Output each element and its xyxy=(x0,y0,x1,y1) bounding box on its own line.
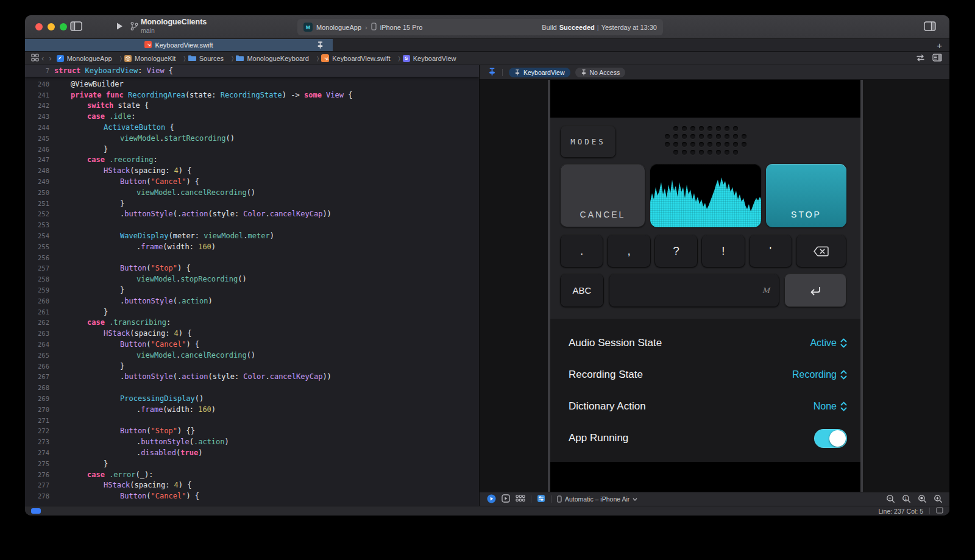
punct-key[interactable]: , xyxy=(607,235,650,268)
project-title-block[interactable]: MonologueClients main xyxy=(141,18,207,35)
code-editor[interactable]: 7struct KeyboardView: View { 240@ViewBui… xyxy=(25,65,479,506)
code-line: 265viewModel.cancelRecording() xyxy=(25,350,479,361)
tab-bar: KeyboardView.swift + xyxy=(25,39,949,52)
status-row-label: Audio Session State xyxy=(569,337,662,349)
pin-icon[interactable] xyxy=(488,67,496,78)
build-result: Succeeded xyxy=(559,24,595,31)
code-line: 250viewModel.cancelRecording() xyxy=(25,187,479,198)
zoom-out-button[interactable] xyxy=(886,494,895,505)
scheme-and-activity-bar[interactable]: M MonologueApp › iPhone 15 Pro Build Suc… xyxy=(297,19,663,35)
code-line: 266} xyxy=(25,361,479,372)
breadcrumb-item-keyboardview-swift[interactable]: KeyboardView.swift〉 xyxy=(321,54,400,62)
punct-key[interactable]: ? xyxy=(654,235,698,268)
code-line: 249Button("Cancel") { xyxy=(25,176,479,187)
code-lines: 240@ViewBuilder241private func Recording… xyxy=(25,79,479,502)
minimize-window-button[interactable] xyxy=(48,23,55,30)
scheme-name[interactable]: MonologueApp xyxy=(316,24,361,31)
punct-key[interactable]: ! xyxy=(701,235,745,268)
code-line: 243case .idle: xyxy=(25,111,479,122)
run-button[interactable] xyxy=(115,22,124,30)
code-line: 248HStack(spacing: 4) { xyxy=(25,165,479,176)
punct-key[interactable]: . xyxy=(560,235,603,268)
app-icon xyxy=(57,55,64,62)
related-items-icon[interactable] xyxy=(31,54,39,63)
code-line: 254WaveDisplay(meter: viewModel.meter) xyxy=(25,230,479,241)
zoom-100-button[interactable]: 1 xyxy=(902,494,911,505)
tab-pin-icon[interactable] xyxy=(316,41,324,50)
space-bar[interactable]: M xyxy=(609,274,779,307)
code-line: 263HStack(spacing: 4) { xyxy=(25,328,479,339)
add-tab-button[interactable]: + xyxy=(934,39,945,51)
swap-editor-icon[interactable] xyxy=(916,54,925,63)
code-line: 278Button("Cancel") { xyxy=(25,491,479,502)
code-line: 276case .error(_): xyxy=(25,469,479,480)
code-line: 277HStack(spacing: 4) { xyxy=(25,480,479,491)
code-line: 244ActivateButton { xyxy=(25,122,479,133)
code-line: 255.frame(width: 160) xyxy=(25,241,479,252)
code-line: 246} xyxy=(25,144,479,155)
preview-pin-strip: KeyboardViewNo Access xyxy=(480,65,949,80)
backspace-key[interactable] xyxy=(796,235,846,268)
navigator-sidebar-toggle-icon[interactable] xyxy=(70,21,82,31)
selectable-preview-button[interactable] xyxy=(502,494,510,504)
zoom-fit-button[interactable] xyxy=(918,494,927,505)
code-line: 7struct KeyboardView: View { xyxy=(25,65,479,76)
breadcrumb-item-monologuekit[interactable]: MonologueKit〉 xyxy=(124,55,186,62)
zoom-window-button[interactable] xyxy=(60,23,67,30)
canvas-toolbar-divider xyxy=(531,495,531,503)
breadcrumb-item-sources[interactable]: Sources〉 xyxy=(188,55,234,62)
return-key[interactable] xyxy=(784,274,846,307)
tab-keyboardview-swift[interactable]: KeyboardView.swift xyxy=(25,39,333,51)
forward-history-button[interactable]: › xyxy=(49,55,51,62)
live-preview-button[interactable] xyxy=(487,494,496,505)
breadcrumb-item-monologueapp[interactable]: MonologueApp〉 xyxy=(57,55,122,62)
status-row-audio-session-state: Audio Session StateActive xyxy=(569,327,847,359)
device-settings-button[interactable] xyxy=(537,494,545,504)
status-row-app-running: App Running xyxy=(569,422,847,454)
build-time: Yesterday at 13:30 xyxy=(601,24,657,31)
breadcrumb-item-keyboardview[interactable]: SKeyboardView xyxy=(403,55,456,62)
code-line: 272Button("Stop") {} xyxy=(25,426,479,437)
preview-pin-no-access[interactable]: No Access xyxy=(575,68,626,77)
build-separator: | xyxy=(597,24,599,31)
canvas-toolbar-divider2 xyxy=(551,495,551,503)
return-icon xyxy=(808,285,823,296)
preview-pin-keyboardview[interactable]: KeyboardView xyxy=(509,68,570,77)
picker-audio-session-state[interactable]: Active xyxy=(810,338,847,349)
iphone-device-icon xyxy=(371,23,377,32)
speaker-grille-icon xyxy=(663,126,748,155)
picker-recording-state[interactable]: Recording xyxy=(792,369,847,380)
project-name: MonologueClients xyxy=(141,18,207,26)
close-window-button[interactable] xyxy=(35,23,43,30)
minimap-toggle-icon[interactable] xyxy=(936,507,943,515)
punct-key[interactable]: ' xyxy=(749,235,792,268)
folder-icon xyxy=(188,55,196,62)
editor-options-icon[interactable] xyxy=(932,54,942,63)
zoom-in-button[interactable] xyxy=(934,494,943,505)
toggle-app-running[interactable] xyxy=(814,429,847,448)
code-line: 241private func RecordingArea(state: Rec… xyxy=(25,90,479,101)
scheme-separator: › xyxy=(365,24,367,31)
code-line: 262case .transcribing: xyxy=(25,317,479,328)
build-status[interactable]: Build Succeeded | Yesterday at 13:30 xyxy=(542,24,657,31)
pin-strip-divider xyxy=(502,69,503,76)
breadcrumb-item-monologuekeyboard[interactable]: MonologueKeyboard〉 xyxy=(236,55,319,62)
variants-button[interactable] xyxy=(516,495,525,503)
cancel-key[interactable]: CANCEL xyxy=(560,164,645,227)
abc-key[interactable]: ABC xyxy=(560,274,604,307)
backspace-icon xyxy=(813,246,829,257)
canvas-bottom-bar: Automatic – iPhone Air 1 xyxy=(480,492,949,506)
preview-device-menu[interactable]: Automatic – iPhone Air xyxy=(557,495,637,503)
modes-key[interactable]: MODES xyxy=(560,126,616,158)
run-destination[interactable]: iPhone 15 Pro xyxy=(380,24,423,31)
picker-dictionary-action[interactable]: None xyxy=(814,401,847,412)
status-indicator-pill[interactable] xyxy=(31,508,41,514)
back-history-button[interactable]: ‹ xyxy=(41,55,44,62)
canvas-area: MODES CANCEL STOP .,?!' ABC xyxy=(480,80,949,492)
preview-canvas: KeyboardViewNo Access MODES CANCEL STOP xyxy=(479,65,949,506)
picker-chevrons-icon xyxy=(840,370,847,380)
folder-icon xyxy=(236,55,244,62)
stop-key[interactable]: STOP xyxy=(766,164,846,227)
inspector-sidebar-toggle-icon[interactable] xyxy=(924,21,936,31)
swift-file-icon xyxy=(144,41,152,49)
